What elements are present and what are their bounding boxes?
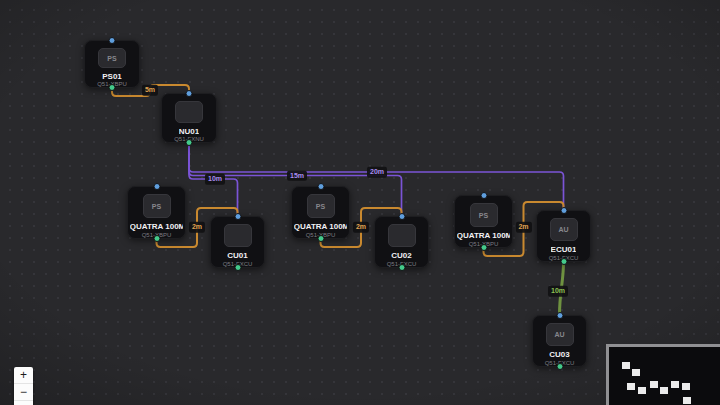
input-port[interactable] bbox=[560, 207, 567, 214]
device-icon bbox=[388, 224, 416, 247]
device-icon: AU bbox=[550, 218, 578, 241]
input-port[interactable] bbox=[109, 37, 116, 44]
node-quatra1[interactable]: PSQUATRA 100M P...Q51-XBPU bbox=[127, 186, 186, 239]
input-port[interactable] bbox=[398, 213, 405, 220]
zoom-in-button[interactable]: + bbox=[14, 367, 33, 384]
node-title: CU03 bbox=[549, 350, 569, 359]
input-port[interactable] bbox=[317, 183, 324, 190]
output-port[interactable] bbox=[317, 235, 324, 242]
device-icon bbox=[224, 224, 252, 247]
minimap-node bbox=[627, 383, 635, 390]
node-quatra3[interactable]: PSQUATRA 100M P...Q51-XBPU bbox=[454, 195, 513, 248]
minimap-node bbox=[650, 381, 658, 388]
output-port[interactable] bbox=[560, 258, 567, 265]
output-port[interactable] bbox=[398, 264, 405, 271]
node-title: PS01 bbox=[102, 72, 122, 80]
output-port[interactable] bbox=[186, 139, 193, 146]
node-title: CU01 bbox=[227, 251, 247, 260]
input-port[interactable] bbox=[153, 183, 160, 190]
edge-length-label[interactable]: 10m bbox=[548, 286, 568, 297]
output-port[interactable] bbox=[234, 264, 241, 271]
node-quatra2[interactable]: PSQUATRA 100M P...Q51-XBPU bbox=[291, 186, 350, 239]
node-title: ECU01 bbox=[551, 245, 577, 254]
output-port[interactable] bbox=[109, 84, 116, 91]
input-port[interactable] bbox=[186, 90, 193, 97]
edge-length-label[interactable]: 2m bbox=[189, 222, 205, 233]
edge-length-label[interactable]: 5m bbox=[142, 85, 158, 96]
minimap-node bbox=[632, 369, 640, 376]
output-port[interactable] bbox=[556, 363, 563, 370]
node-ecu01[interactable]: AUECU01Q51-FXCU bbox=[536, 210, 591, 262]
device-icon: PS bbox=[143, 194, 171, 218]
input-port[interactable] bbox=[234, 213, 241, 220]
device-icon: AU bbox=[546, 323, 574, 346]
minimap-node bbox=[660, 387, 668, 394]
node-cu01[interactable]: CU01Q51-FXCU bbox=[210, 216, 265, 268]
device-icon: PS bbox=[307, 194, 335, 218]
edge-length-label[interactable]: 10m bbox=[205, 174, 225, 185]
input-port[interactable] bbox=[556, 312, 563, 319]
node-nu01[interactable]: NU01Q51-FXNU bbox=[161, 93, 217, 143]
minimap-node bbox=[682, 383, 690, 390]
node-cu02[interactable]: CU02Q51-FXCU bbox=[374, 216, 429, 268]
fit-view-button[interactable] bbox=[14, 401, 33, 405]
minimap[interactable] bbox=[606, 344, 720, 405]
device-icon: PS bbox=[470, 203, 498, 227]
edge-length-label[interactable]: 2m bbox=[353, 222, 369, 233]
zoom-out-button[interactable]: − bbox=[14, 384, 33, 401]
node-title: CU02 bbox=[391, 251, 411, 260]
edge-length-label[interactable]: 15m bbox=[287, 170, 307, 181]
minimap-node bbox=[683, 397, 691, 404]
node-ps01[interactable]: PSPS01Q51-XBPU bbox=[84, 40, 140, 88]
node-title: QUATRA 100M P... bbox=[294, 222, 348, 231]
edge-length-label[interactable]: 20m bbox=[367, 167, 387, 178]
node-title: QUATRA 100M P... bbox=[130, 222, 184, 231]
node-title: NU01 bbox=[179, 127, 199, 135]
minimap-node bbox=[638, 387, 646, 394]
input-port[interactable] bbox=[480, 192, 487, 199]
output-port[interactable] bbox=[153, 235, 160, 242]
device-icon: PS bbox=[98, 48, 126, 68]
minimap-node bbox=[671, 381, 679, 388]
diagram-canvas[interactable]: + − 5m10m15m20m2m2m2m10mPSPS01Q51-XBPUNU… bbox=[0, 0, 720, 405]
minimap-node bbox=[622, 362, 630, 369]
edge-length-label[interactable]: 2m bbox=[515, 222, 531, 233]
zoom-controls: + − bbox=[14, 367, 33, 405]
node-title: QUATRA 100M P... bbox=[457, 231, 511, 240]
node-cu03[interactable]: AUCU03Q51-FXCU bbox=[532, 315, 587, 367]
output-port[interactable] bbox=[480, 244, 487, 251]
device-icon bbox=[175, 101, 203, 123]
